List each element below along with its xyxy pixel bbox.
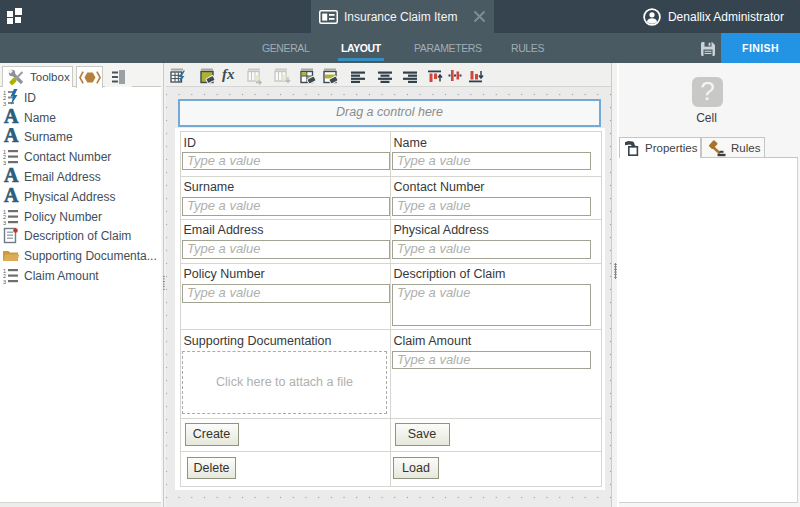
svg-text:3: 3 bbox=[3, 279, 6, 285]
svg-text:3: 3 bbox=[3, 100, 6, 106]
svg-text:3: 3 bbox=[3, 160, 6, 166]
svg-text:3: 3 bbox=[3, 219, 6, 225]
